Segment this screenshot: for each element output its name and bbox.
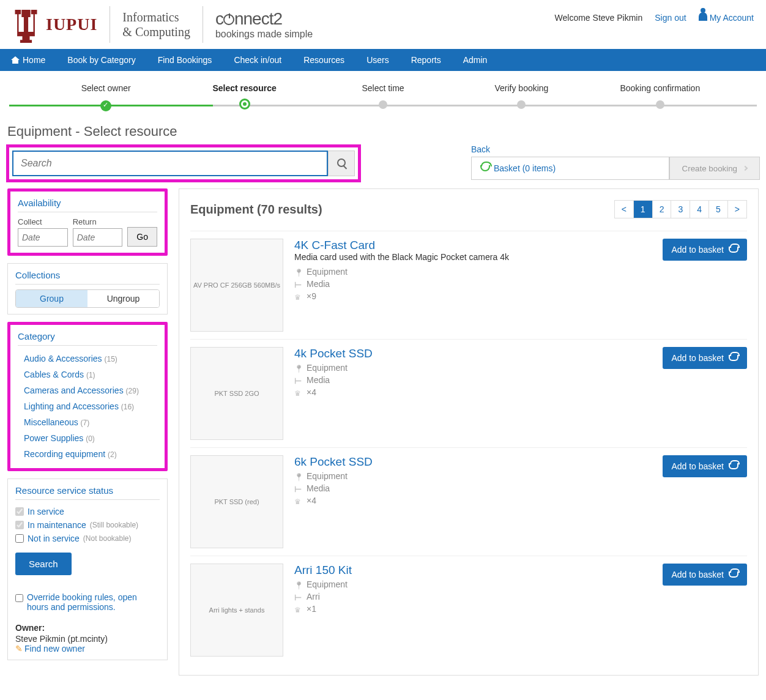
availability-go-button[interactable]: Go — [127, 227, 157, 247]
results-panel: Equipment (70 results) < 1 2 3 4 5 > AV … — [179, 188, 759, 676]
category-item[interactable]: Miscellaneous (7) — [18, 414, 157, 430]
connect2-logo: cnnect2 bookings made simple — [215, 10, 313, 39]
category-item[interactable]: Power Supplies (0) — [18, 430, 157, 446]
nav-home[interactable]: Home — [0, 49, 56, 71]
nav-users[interactable]: Users — [355, 49, 400, 71]
collections-panel: Collections Group Ungroup — [7, 263, 168, 315]
item-thumbnail[interactable]: PKT SSD 2GO — [190, 347, 283, 440]
in-service-checkbox[interactable] — [15, 507, 24, 516]
sidebar-search-button[interactable]: Search — [15, 553, 72, 575]
basket-icon — [729, 355, 738, 361]
back-link[interactable]: Back — [471, 144, 760, 154]
add-to-basket-button[interactable]: Add to basket — [663, 455, 747, 477]
pager-2[interactable]: 2 — [652, 201, 671, 218]
result-item: PKT SSD (red) 6k Pocket SSD Equipment Me… — [190, 447, 747, 556]
item-title-link[interactable]: 4k Pocket SSD — [294, 347, 373, 360]
category-title: Category — [18, 331, 157, 346]
pager-5[interactable]: 5 — [708, 201, 727, 218]
header: IUPUI Informatics & Computing cnnect2 bo… — [0, 0, 766, 49]
owner-label: Owner: — [15, 623, 160, 633]
category-item[interactable]: Cameras and Accessories (29) — [18, 382, 157, 398]
page-title: Equipment - Select resource — [0, 124, 766, 144]
collect-date-input[interactable] — [18, 228, 68, 247]
status-title: Resource service status — [15, 485, 160, 500]
home-icon — [11, 56, 20, 64]
pagination: < 1 2 3 4 5 > — [614, 200, 747, 218]
availability-panel: Availability Collect Return Go — [7, 188, 168, 256]
nav-book-by-category[interactable]: Book by Category — [56, 49, 146, 71]
pager-prev[interactable]: < — [615, 201, 633, 218]
pencil-icon: ✎ — [15, 644, 23, 653]
quantity-icon — [294, 292, 303, 300]
pager-3[interactable]: 3 — [671, 201, 690, 218]
owner-name: Steve Pikmin (pt.mcinty) — [15, 634, 160, 644]
not-in-service-link[interactable]: Not in service — [28, 534, 80, 543]
item-title-link[interactable]: Arri 150 Kit — [294, 564, 352, 576]
in-maintenance-checkbox[interactable] — [15, 521, 24, 529]
progress-steps: Select owner Select resource Select time… — [0, 71, 766, 111]
step-select-time: Select time — [314, 83, 452, 111]
step-select-owner: Select owner — [37, 83, 175, 111]
create-booking-button[interactable]: Create booking — [669, 157, 760, 180]
override-link[interactable]: Override booking rules, open hours and p… — [27, 592, 160, 612]
add-to-basket-button[interactable]: Add to basket — [663, 564, 747, 586]
search-highlight — [6, 144, 361, 182]
in-service-link[interactable]: In service — [28, 507, 64, 516]
override-checkbox[interactable] — [15, 594, 23, 602]
pager-1[interactable]: 1 — [633, 201, 652, 218]
status-panel: Resource service status In service In ma… — [7, 478, 168, 660]
category-icon — [294, 280, 303, 288]
add-to-basket-button[interactable]: Add to basket — [663, 239, 747, 261]
basket-icon — [480, 165, 490, 171]
sidebar: Availability Collect Return Go Collectio… — [7, 188, 168, 676]
ungroup-toggle[interactable]: Ungroup — [87, 290, 159, 307]
nav-check-in-out[interactable]: Check in/out — [223, 49, 292, 71]
category-icon — [294, 484, 303, 493]
nav-admin[interactable]: Admin — [452, 49, 499, 71]
item-thumbnail[interactable]: Arri lights + stands — [190, 564, 283, 657]
group-toggle[interactable]: Group — [16, 290, 87, 307]
category-item[interactable]: Lighting and Accessories (16) — [18, 398, 157, 414]
add-to-basket-button[interactable]: Add to basket — [663, 347, 747, 369]
category-item[interactable]: Cables & Cords (1) — [18, 367, 157, 382]
item-thumbnail[interactable]: AV PRO CF 256GB 560MB/s — [190, 239, 283, 332]
header-links: Welcome Steve Pikmin Sign out My Account — [555, 12, 754, 23]
search-input[interactable] — [12, 151, 328, 176]
step-verify-booking: Verify booking — [452, 83, 590, 111]
category-item[interactable]: Audio & Accessories (15) — [18, 351, 157, 367]
logo-block: IUPUI Informatics & Computing cnnect2 bo… — [9, 6, 313, 43]
nav-find-bookings[interactable]: Find Bookings — [147, 49, 223, 71]
nav-reports[interactable]: Reports — [400, 49, 452, 71]
sign-out-link[interactable]: Sign out — [655, 13, 686, 23]
search-button[interactable] — [328, 151, 355, 176]
item-title-link[interactable]: 6k Pocket SSD — [294, 455, 373, 468]
nav-resources[interactable]: Resources — [292, 49, 355, 71]
category-item[interactable]: Recording equipment (2) — [18, 446, 157, 462]
iu-trident-icon — [9, 6, 43, 43]
basket-link[interactable]: Basket (0 items) — [471, 157, 669, 180]
quantity-icon — [294, 496, 303, 505]
step-booking-confirmation: Booking confirmation — [591, 83, 729, 111]
my-account-link[interactable]: My Account — [699, 12, 754, 23]
quantity-icon — [294, 388, 303, 397]
category-icon — [294, 592, 303, 601]
item-title-link[interactable]: 4K C-Fast Card — [294, 239, 375, 251]
main-nav: Home Book by Category Find Bookings Chec… — [0, 49, 766, 71]
sub-logo: Informatics & Computing — [122, 10, 190, 39]
quantity-icon — [294, 605, 303, 613]
location-icon — [294, 267, 303, 276]
in-maintenance-link[interactable]: In maintenance — [28, 520, 86, 530]
item-thumbnail[interactable]: PKT SSD (red) — [190, 455, 283, 548]
collections-title: Collections — [15, 270, 160, 285]
pager-4[interactable]: 4 — [690, 201, 708, 218]
pager-next[interactable]: > — [727, 201, 746, 218]
not-in-service-checkbox[interactable] — [15, 534, 24, 543]
return-date-input[interactable] — [73, 228, 123, 247]
return-label: Return — [73, 217, 123, 226]
basket-icon — [729, 463, 738, 469]
iupui-logo: IUPUI — [9, 6, 97, 43]
results-title: Equipment (70 results) — [190, 203, 322, 217]
category-panel: Category Audio & Accessories (15) Cables… — [7, 322, 168, 471]
item-description: Media card used with the Black Magic Poc… — [294, 252, 652, 262]
find-new-owner-link[interactable]: ✎Find new owner — [15, 644, 85, 653]
